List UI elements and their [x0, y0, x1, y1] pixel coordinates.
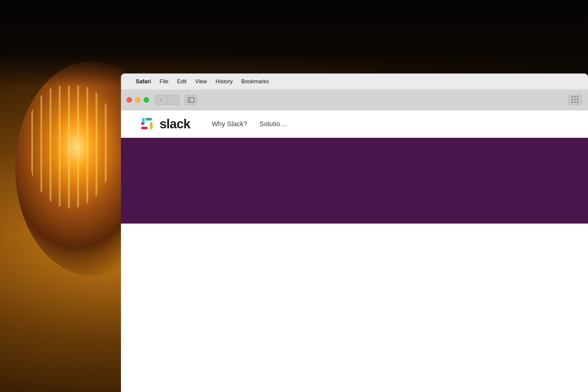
macos-menubar: Safari File Edit View History Bookmarks: [121, 74, 588, 89]
slack-nav-links: Why Slack? Solutio…: [212, 120, 287, 128]
solutions-nav-link[interactable]: Solutio…: [259, 120, 287, 128]
macbook-screen: Safari File Edit View History Bookmarks …: [121, 74, 588, 392]
slack-navbar: slack Why Slack? Solutio…: [121, 110, 588, 138]
svg-rect-9: [141, 122, 144, 125]
filament-stripes: [28, 86, 113, 208]
slack-bottom-section: [121, 224, 588, 285]
slack-hero-section: [121, 138, 588, 224]
view-menu[interactable]: View: [195, 78, 207, 85]
svg-rect-0: [188, 97, 194, 102]
slack-logo-icon: [139, 116, 155, 132]
grid-dots-icon: [571, 96, 579, 104]
browser-toolbar: ‹ ›: [121, 89, 588, 110]
forward-button[interactable]: ›: [167, 95, 179, 105]
safari-menu[interactable]: Safari: [136, 78, 151, 85]
grid-view-button[interactable]: [568, 95, 582, 105]
history-menu[interactable]: History: [216, 78, 233, 85]
dark-top-overlay: [0, 0, 588, 86]
svg-rect-8: [150, 126, 153, 129]
svg-rect-5: [141, 126, 148, 129]
sidebar-icon: [188, 97, 194, 103]
back-button[interactable]: ‹: [155, 95, 167, 105]
sidebar-toggle-button[interactable]: [185, 95, 198, 105]
edit-menu[interactable]: Edit: [177, 78, 187, 85]
close-button[interactable]: [126, 97, 132, 103]
slack-logo-text: slack: [160, 117, 190, 131]
nav-buttons: ‹ ›: [155, 95, 179, 105]
why-slack-nav-link[interactable]: Why Slack?: [212, 120, 247, 128]
slack-logo-area: slack: [139, 116, 190, 132]
browser-content: slack Why Slack? Solutio…: [121, 110, 588, 392]
traffic-lights: [126, 97, 149, 103]
filament: [28, 86, 113, 208]
svg-rect-7: [145, 118, 148, 120]
file-menu[interactable]: File: [160, 78, 168, 85]
fullscreen-button[interactable]: [144, 97, 149, 103]
minimize-button[interactable]: [135, 97, 141, 103]
bookmarks-menu[interactable]: Bookmarks: [241, 78, 269, 85]
